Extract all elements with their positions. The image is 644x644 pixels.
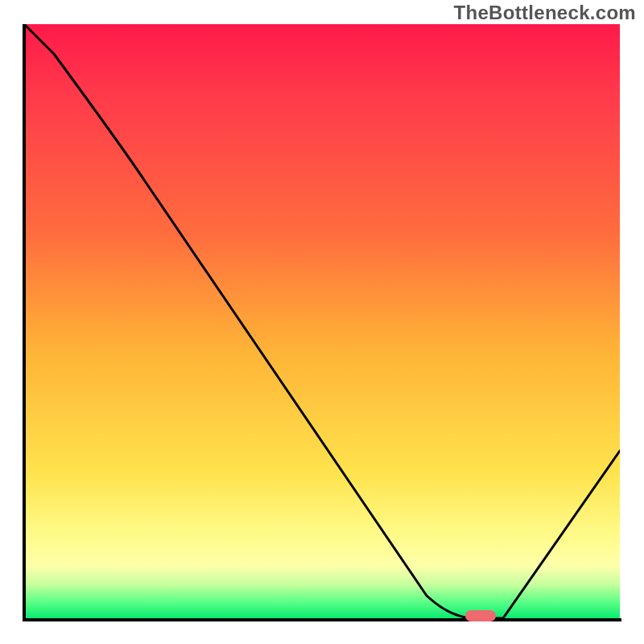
watermark-text: TheBottleneck.com <box>454 2 636 24</box>
plot-gradient-background <box>24 24 620 620</box>
bottleneck-chart: TheBottleneck.com <box>0 0 644 644</box>
optimum-range-marker <box>465 610 496 621</box>
x-axis-line <box>23 618 621 621</box>
y-axis-line <box>23 24 26 621</box>
